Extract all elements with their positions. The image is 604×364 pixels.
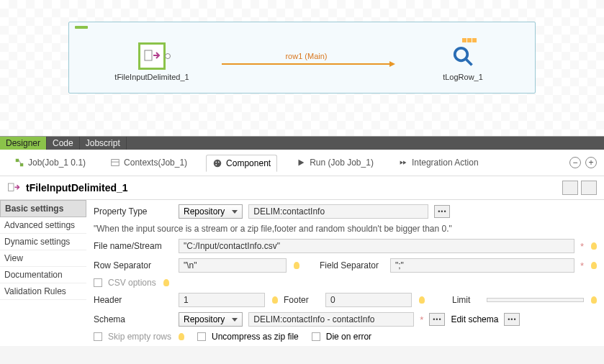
- footer-input[interactable]: 0: [325, 293, 412, 307]
- hint-icon[interactable]: [419, 296, 425, 304]
- designer-tabbar: Designer Code Jobscript: [0, 137, 604, 150]
- file-input-icon: [7, 181, 20, 194]
- component-header: tFileInputDelimited_1: [0, 176, 604, 200]
- layout-list-button[interactable]: [581, 181, 597, 195]
- component-tFileInputDelimited[interactable]: tFileInputDelimited_1: [109, 42, 195, 81]
- play-icon: [296, 158, 306, 168]
- palette-icon: [212, 158, 222, 168]
- hint-icon[interactable]: [163, 279, 169, 286]
- view-component[interactable]: Component: [206, 155, 277, 172]
- subjob-handle[interactable]: [75, 26, 88, 29]
- maximize-button[interactable]: +: [585, 157, 597, 168]
- hint-icon[interactable]: [179, 333, 184, 340]
- row-separator-input[interactable]: "\n": [179, 258, 287, 273]
- schema-value[interactable]: DELIM:contactInfo - contactInfo: [248, 312, 414, 327]
- uncompress-checkbox[interactable]: [197, 332, 206, 341]
- property-type-label: Property Type: [94, 206, 173, 217]
- schema-select[interactable]: Repository: [179, 312, 243, 327]
- contexts-icon: [110, 158, 120, 168]
- property-type-select[interactable]: Repository: [179, 204, 243, 219]
- die-on-error-checkbox[interactable]: [312, 332, 320, 341]
- svg-rect-6: [112, 160, 120, 166]
- field-separator-label: Field Separator: [320, 260, 384, 270]
- sidebar-item-validation[interactable]: Validation Rules: [0, 283, 86, 300]
- required-icon: *: [420, 314, 423, 325]
- svg-point-9: [215, 161, 217, 163]
- filename-input[interactable]: "C:/Input/contactInfo.csv": [179, 239, 574, 253]
- tab-code[interactable]: Code: [47, 137, 80, 150]
- chevron-down-icon: [232, 318, 238, 322]
- limit-input[interactable]: [487, 298, 584, 302]
- output-port[interactable]: [165, 53, 171, 59]
- required-icon: *: [580, 241, 584, 252]
- hint-icon[interactable]: [591, 242, 597, 250]
- layout-grid-button[interactable]: [562, 181, 578, 195]
- svg-rect-0: [145, 50, 152, 60]
- basic-settings-form: Property Type Repository DELIM:contactIn…: [86, 200, 604, 346]
- settings-sidebar: Basic settings Advanced settings Dynamic…: [0, 200, 86, 346]
- edit-schema-label: Edit schema: [451, 314, 498, 324]
- filename-label: File name/Stream: [94, 241, 173, 251]
- component-label: tLogRow_1: [443, 73, 483, 81]
- schema-browse-button[interactable]: •••: [429, 313, 445, 326]
- sidebar-item-view[interactable]: View: [0, 250, 86, 267]
- subjob-container: tFileInputDelimited_1 row1 (Main) tLogRo…: [68, 22, 536, 94]
- skip-empty-label: Skip empty rows: [108, 332, 171, 342]
- row-connection[interactable]: row1 (Main): [222, 63, 391, 65]
- magnifier-icon: [452, 45, 474, 67]
- svg-point-11: [215, 164, 217, 165]
- sidebar-item-basic[interactable]: Basic settings: [0, 200, 86, 217]
- property-browse-button[interactable]: •••: [434, 205, 450, 218]
- sidebar-item-docs[interactable]: Documentation: [0, 267, 86, 283]
- component-label: tFileInputDelimited_1: [114, 73, 189, 81]
- design-canvas[interactable]: tFileInputDelimited_1 row1 (Main) tLogRo…: [0, 0, 604, 137]
- component-title: tFileInputDelimited_1: [26, 182, 128, 194]
- svg-line-2: [466, 59, 472, 65]
- integration-icon: [398, 158, 408, 168]
- footer-label: Footer: [284, 295, 320, 305]
- arrow-icon: [389, 61, 395, 67]
- skip-empty-checkbox[interactable]: [94, 332, 102, 341]
- sidebar-item-dynamic[interactable]: Dynamic settings: [0, 234, 86, 250]
- hint-icon[interactable]: [272, 296, 278, 304]
- footer-note: "When the input source is a stream or a …: [94, 224, 452, 234]
- field-separator-input[interactable]: ";": [390, 258, 574, 273]
- svg-point-8: [214, 160, 222, 168]
- view-job[interactable]: Job(Job_1 0.1): [9, 155, 91, 170]
- table-icon: [462, 38, 477, 42]
- svg-rect-15: [9, 183, 14, 191]
- csv-options-checkbox[interactable]: [94, 278, 102, 287]
- chevron-down-icon: [232, 210, 238, 214]
- hint-icon[interactable]: [294, 262, 299, 269]
- edit-schema-button[interactable]: •••: [504, 313, 520, 326]
- job-icon: [14, 158, 24, 168]
- tab-designer[interactable]: Designer: [0, 137, 47, 150]
- minimize-button[interactable]: −: [569, 157, 581, 168]
- view-integration[interactable]: Integration Action: [392, 155, 484, 170]
- csv-options-label: CSV options: [108, 278, 156, 288]
- svg-rect-3: [16, 159, 19, 162]
- svg-marker-12: [299, 160, 305, 166]
- view-run[interactable]: Run (Job Job_1): [290, 155, 379, 170]
- tab-jobscript[interactable]: Jobscript: [80, 137, 127, 150]
- svg-marker-13: [400, 160, 403, 164]
- view-contexts[interactable]: Contexts(Job_1): [104, 155, 193, 170]
- sidebar-item-advanced[interactable]: Advanced settings: [0, 217, 86, 234]
- header-input[interactable]: 1: [179, 293, 265, 307]
- file-input-icon: [143, 47, 161, 65]
- svg-point-1: [455, 48, 468, 61]
- svg-point-10: [218, 161, 220, 163]
- views-tabbar: Job(Job_1 0.1) Contexts(Job_1) Component…: [0, 150, 604, 176]
- header-label: Header: [94, 295, 173, 305]
- svg-marker-14: [403, 160, 406, 164]
- schema-label: Schema: [94, 314, 173, 324]
- component-tLogRow[interactable]: tLogRow_1: [420, 42, 506, 81]
- hint-icon[interactable]: [591, 262, 597, 269]
- property-type-value[interactable]: DELIM:contactInfo: [248, 204, 428, 219]
- die-on-error-label: Die on error: [326, 332, 371, 342]
- hint-icon[interactable]: [591, 296, 597, 304]
- connection-label: row1 (Main): [285, 52, 327, 60]
- required-icon: *: [580, 260, 584, 271]
- row-separator-label: Row Separator: [94, 260, 173, 270]
- uncompress-label: Uncompress as zip file: [212, 332, 299, 342]
